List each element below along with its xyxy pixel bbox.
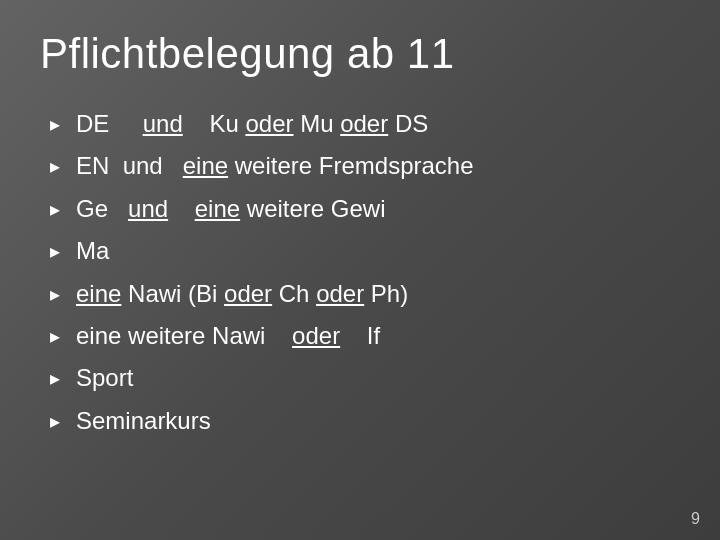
list-item: ▸ DE und Ku oder Mu oder DS [50, 108, 680, 140]
bullet-text: Ma [76, 235, 109, 267]
bullet-list: ▸ DE und Ku oder Mu oder DS ▸ EN und ein… [40, 108, 680, 437]
bullet-marker: ▸ [50, 196, 60, 223]
bullet-text: eine Nawi (Bi oder Ch oder Ph) [76, 278, 408, 310]
list-item: ▸ Ge und eine weitere Gewi [50, 193, 680, 225]
bullet-marker: ▸ [50, 323, 60, 350]
bullet-marker: ▸ [50, 281, 60, 308]
bullet-marker: ▸ [50, 111, 60, 138]
slide-title: Pflichtbelegung ab 11 [40, 30, 680, 78]
list-item: ▸ EN und eine weitere Fremdsprache [50, 150, 680, 182]
bullet-text: EN und eine weitere Fremdsprache [76, 150, 474, 182]
bullet-marker: ▸ [50, 238, 60, 265]
list-item: ▸ Ma [50, 235, 680, 267]
list-item: ▸ Seminarkurs [50, 405, 680, 437]
page-number: 9 [691, 510, 700, 528]
list-item: ▸ eine Nawi (Bi oder Ch oder Ph) [50, 278, 680, 310]
bullet-text: eine weitere Nawi oder If [76, 320, 380, 352]
bullet-marker: ▸ [50, 365, 60, 392]
bullet-marker: ▸ [50, 153, 60, 180]
bullet-text: Sport [76, 362, 133, 394]
bullet-marker: ▸ [50, 408, 60, 435]
bullet-text: DE und Ku oder Mu oder DS [76, 108, 428, 140]
list-item: ▸ eine weitere Nawi oder If [50, 320, 680, 352]
bullet-text: Ge und eine weitere Gewi [76, 193, 386, 225]
bullet-text: Seminarkurs [76, 405, 211, 437]
slide: Pflichtbelegung ab 11 ▸ DE und Ku oder M… [0, 0, 720, 540]
list-item: ▸ Sport [50, 362, 680, 394]
